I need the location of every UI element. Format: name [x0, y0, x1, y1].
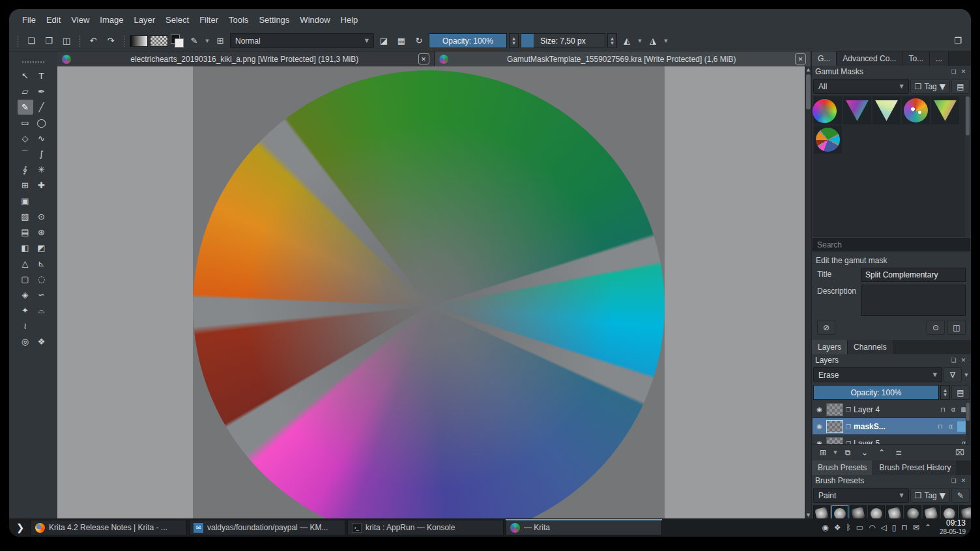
menu-file[interactable]: File [17, 13, 41, 27]
lock-icon[interactable]: ⊓ [939, 406, 947, 413]
tool-multibrush[interactable]: ✳ [34, 162, 50, 177]
opacity-slider[interactable]: Opacity: 100% [429, 33, 507, 48]
resource-scrollbar[interactable] [965, 95, 970, 237]
new-document-button[interactable]: ❏ [23, 34, 39, 48]
scroll-up-icon[interactable]: ▲ [805, 66, 811, 73]
undo-button[interactable]: ↶ [85, 34, 101, 48]
layer-row[interactable]: ◉❐Layer 4⊓α▦ [813, 401, 970, 418]
menu-help[interactable]: Help [336, 13, 364, 27]
user-icon[interactable]: ◉ [822, 523, 828, 532]
scrollbar-thumb[interactable] [966, 96, 970, 135]
close-tab-button[interactable]: ✕ [795, 53, 806, 64]
save-button[interactable]: ◫ [59, 34, 74, 48]
tool-select-shapes[interactable]: ↖ [18, 68, 33, 83]
close-docker-icon[interactable]: ✕ [959, 477, 968, 484]
dock-tab-[interactable]: ... [930, 51, 949, 66]
tool-rect-select[interactable]: ▢ [18, 272, 33, 287]
clock[interactable]: 09:13 28-05-19 [940, 519, 966, 535]
fg-bg-colors[interactable] [170, 35, 184, 48]
taskbar-task[interactable]: Krita 4.2 Release Notes | Krita - ... [31, 520, 187, 535]
brush-preset-thumbnail[interactable] [923, 505, 940, 518]
clipboard-icon[interactable]: ▯ [892, 523, 897, 532]
cancel-edit-button[interactable]: ⊘ [817, 320, 835, 335]
add-layer-button[interactable]: ⊞ [815, 446, 831, 459]
reload-preset-button[interactable]: ↻ [411, 34, 427, 48]
tool-freehand-select[interactable]: ∽ [34, 287, 50, 302]
canvas-vertical-scrollbar[interactable]: ▲ ▼ [805, 66, 811, 518]
tool-freehand-brush[interactable]: ✎ [18, 100, 33, 115]
scrollbar-thumb[interactable] [806, 74, 811, 109]
layer-row[interactable]: ◉❐maskS...⊓α [813, 418, 970, 435]
mask-title-input[interactable] [861, 268, 966, 282]
tool-freehand-path[interactable]: ∫ [34, 147, 50, 162]
document-tab[interactable]: GamutMaskTemplate_1559027569.kra [Write … [435, 51, 812, 66]
tool-transform[interactable]: ⊞ [18, 178, 33, 193]
mirror-horizontal-caret-icon[interactable]: ▼ [637, 34, 643, 48]
preview-mask-button[interactable]: ⊙ [927, 320, 945, 335]
bluetooth-icon[interactable]: ᛒ [846, 523, 851, 532]
gamut-mask-thumbnail[interactable] [931, 96, 959, 124]
layer-thumbnail[interactable] [826, 437, 843, 445]
opacity-spinner[interactable]: ▲▼ [509, 33, 519, 48]
brush-preset-thumbnail[interactable] [886, 505, 903, 518]
mirror-vertical-button[interactable]: ◮ [645, 34, 661, 48]
brush-preset-thumbnail[interactable] [850, 505, 867, 518]
mail-icon[interactable]: ✉ [913, 523, 919, 532]
close-docker-icon[interactable]: ✕ [959, 68, 968, 75]
background-color-swatch[interactable] [175, 38, 184, 48]
layer-options-button[interactable]: ▤ [951, 385, 970, 400]
app-launcher-icon[interactable]: ❯ [12, 520, 29, 535]
canvas-area[interactable]: ▲ ▼ [57, 66, 811, 518]
layer-thumbnail[interactable] [826, 403, 843, 416]
brush-preset-thumbnail[interactable] [831, 505, 848, 518]
tab-brush-presets[interactable]: Brush Presets [812, 460, 873, 475]
brush-filter-select[interactable]: Paint ▼ [813, 488, 909, 503]
layer-opacity-spinner[interactable]: ▲▼ [940, 385, 950, 400]
layer-properties-button[interactable]: ≡ [891, 446, 906, 459]
layer-thumbnail[interactable] [826, 420, 843, 433]
add-layer-caret-icon[interactable]: ▼ [832, 446, 839, 459]
pattern-chooser[interactable] [150, 35, 168, 47]
dock-tab-advanced-co[interactable]: Advanced Co... [837, 51, 902, 66]
brush-editor-button[interactable]: ✎ [186, 34, 202, 48]
tool-assistants[interactable]: △ [18, 256, 33, 271]
tab-channels[interactable]: Channels [848, 340, 893, 354]
scroll-down-icon[interactable]: ▼ [805, 512, 811, 518]
alpha-icon[interactable]: α [949, 406, 957, 413]
klipper-icon[interactable]: ❖ [834, 523, 841, 532]
tool-polygon[interactable]: ◇ [18, 131, 33, 146]
tool-dynamic-brush[interactable]: ∮ [18, 162, 33, 177]
alpha-icon[interactable]: α [947, 423, 955, 430]
blending-mode-select[interactable]: Normal ▼ [230, 33, 374, 48]
brush-editor-caret-icon[interactable]: ▼ [204, 34, 210, 48]
move-layer-up-button[interactable]: ⌃ [874, 446, 889, 459]
workspace-chooser-button[interactable]: ❐ [950, 34, 966, 48]
preserve-alpha-button[interactable]: ▦ [394, 34, 409, 48]
float-docker-icon[interactable]: ❏ [949, 357, 958, 363]
menu-filter[interactable]: Filter [194, 13, 223, 27]
visibility-eye-icon[interactable]: ◉ [815, 423, 824, 430]
tool-crop[interactable]: ▣ [18, 193, 33, 208]
tool-color-sampler[interactable]: ⊙ [34, 209, 50, 224]
tool-pattern-edit[interactable]: ▤ [18, 225, 33, 240]
mirror-horizontal-button[interactable]: ◭ [619, 34, 635, 48]
visibility-eye-icon[interactable]: ◉ [815, 406, 824, 413]
tool-zoom[interactable]: ◎ [18, 334, 33, 349]
document-tab[interactable]: electrichearts_20190316_kiki_a.png [Writ… [57, 51, 435, 66]
visibility-eye-icon[interactable]: ◉ [815, 440, 824, 444]
float-docker-icon[interactable]: ❏ [949, 477, 958, 484]
toolbar-handle[interactable] [16, 35, 20, 47]
display-icon[interactable]: ▭ [856, 523, 863, 532]
tool-bezier-curve[interactable]: ⌒ [18, 147, 33, 162]
tab-layers[interactable]: Layers [812, 340, 848, 354]
tool-smart-patch[interactable]: ⊛ [34, 225, 50, 240]
tool-ellipse[interactable]: ◯ [34, 115, 50, 130]
tool-magnetic-select[interactable]: ≀ [18, 318, 33, 333]
redo-button[interactable]: ↷ [103, 34, 119, 48]
tool-rectangle[interactable]: ▭ [18, 115, 33, 130]
layer-filter-button[interactable]: ∇ [944, 367, 962, 382]
layer-filter-caret-icon[interactable]: ▼ [963, 368, 970, 382]
volume-icon[interactable]: ◁ [881, 523, 887, 532]
layer-list-scrollbar[interactable] [966, 401, 970, 444]
tool-enclose-fill[interactable]: ◩ [34, 240, 50, 255]
